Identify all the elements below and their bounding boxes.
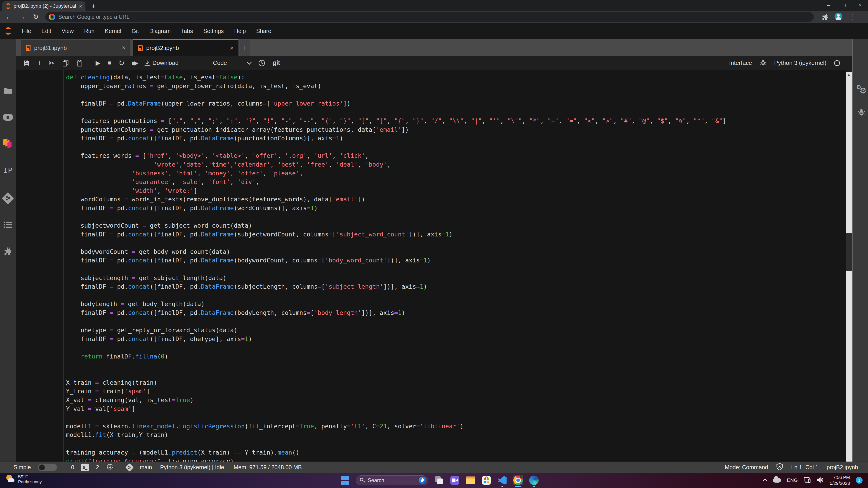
tab-projB1[interactable]: projB1.ipynb × xyxy=(21,40,130,56)
file-browser-icon[interactable] xyxy=(0,87,16,95)
start-button[interactable] xyxy=(340,475,350,485)
cut-cell-button[interactable]: ✂ xyxy=(45,56,59,70)
language-indicator[interactable]: ENG xyxy=(787,477,798,483)
history-clock-icon[interactable] xyxy=(254,56,269,70)
menu-git[interactable]: Git xyxy=(126,28,144,34)
browser-back-button[interactable]: ← xyxy=(4,12,13,22)
window-minimize-button[interactable]: ─ xyxy=(820,0,836,11)
run-all-button[interactable]: ▶▶ xyxy=(128,56,140,70)
tab-label: projB1.ipynb xyxy=(34,44,118,52)
restart-kernel-button[interactable]: ↻ xyxy=(115,56,128,70)
browser-profile-avatar[interactable] xyxy=(835,13,842,20)
search-label: Search xyxy=(368,477,416,484)
chrome-button[interactable] xyxy=(513,475,523,485)
terminals-count[interactable]: 0 xyxy=(71,464,74,470)
debugger-bug-icon[interactable] xyxy=(760,59,767,67)
left-sidebar: IP xyxy=(0,39,16,462)
address-placeholder: Search Google or type a URL xyxy=(58,14,129,20)
scrollbar-corner xyxy=(846,56,852,72)
property-inspector-gears-icon[interactable]: ⚙⚙ xyxy=(855,85,868,95)
window-close-button[interactable]: × xyxy=(852,0,868,11)
stop-kernel-button[interactable]: ■ xyxy=(104,56,115,70)
notification-badge[interactable]: 1 xyxy=(856,477,863,484)
menu-run[interactable]: Run xyxy=(79,28,100,34)
taskbar-clock[interactable]: 7:56 PM 5/29/2023 xyxy=(830,475,850,486)
browser-forward-button[interactable]: → xyxy=(17,12,27,22)
microsoft-store-button[interactable] xyxy=(482,475,491,485)
scrollbar-thumb[interactable] xyxy=(846,233,852,271)
file-explorer-button[interactable] xyxy=(466,475,475,485)
weather-widget[interactable]: 59°F Partly sunny xyxy=(5,474,42,484)
tab-close-icon[interactable]: × xyxy=(122,44,125,52)
menu-help[interactable]: Help xyxy=(229,28,251,34)
browser-menu-icon[interactable]: ⋮ xyxy=(849,13,855,21)
browser-tab-close-icon[interactable]: × xyxy=(79,3,82,9)
scrollbar-up-arrow-icon[interactable] xyxy=(847,74,850,77)
browser-tab-strip: projB2.ipynb (2) - JupyterLab × + ─ □ × xyxy=(0,0,868,11)
menu-tabs[interactable]: Tabs xyxy=(176,28,198,34)
tray-overflow-chevron-icon[interactable] xyxy=(763,479,767,483)
address-bar[interactable]: Search Google or type a URL xyxy=(45,12,814,22)
browser-navbar: ← → ↻ Search Google or type a URL ⋮ xyxy=(0,11,868,23)
terminal-icon[interactable]: $_ xyxy=(81,464,89,471)
browser-new-tab-button[interactable]: + xyxy=(89,1,98,11)
menu-settings[interactable]: Settings xyxy=(198,28,229,34)
kernel-status-icon[interactable] xyxy=(834,60,840,66)
debugger-sidebar-bug-icon[interactable] xyxy=(855,108,868,116)
tab-close-icon[interactable]: × xyxy=(230,44,234,52)
menu-view[interactable]: View xyxy=(56,28,79,34)
taskbar-search-box[interactable]: Search xyxy=(356,475,428,485)
git-branch-icon[interactable] xyxy=(125,463,134,471)
volume-icon[interactable] xyxy=(817,477,824,484)
menu-diagram[interactable]: Diagram xyxy=(144,28,176,34)
menu-share[interactable]: Share xyxy=(251,28,276,34)
git-branch-name[interactable]: main xyxy=(140,464,152,470)
download-button[interactable]: Download xyxy=(140,56,182,70)
clock-date: 5/29/2023 xyxy=(830,480,850,486)
table-of-contents-icon[interactable] xyxy=(0,221,16,228)
kernels-count[interactable]: 2 xyxy=(96,464,99,470)
tab-projB2[interactable]: projB2.ipynb × xyxy=(133,39,239,56)
trust-shield-icon[interactable] xyxy=(776,463,783,472)
cell-type-dropdown[interactable]: Code xyxy=(209,56,230,70)
menu-kernel[interactable]: Kernel xyxy=(100,28,126,34)
browser-tab-title: projB2.ipynb (2) - JupyterLab xyxy=(13,3,76,9)
onedrive-cloud-icon[interactable] xyxy=(773,478,781,483)
command-mode-indicator[interactable]: Mode: Command xyxy=(725,464,768,470)
extension-manager-puzzle-icon[interactable] xyxy=(0,246,16,255)
copy-cell-button[interactable] xyxy=(59,56,72,70)
window-maximize-button[interactable]: □ xyxy=(836,0,852,11)
kernel-chip-icon[interactable] xyxy=(106,463,114,472)
browser-tab[interactable]: projB2.ipynb (2) - JupyterLab × xyxy=(2,1,86,11)
cell-left-border xyxy=(64,70,64,462)
add-cell-button[interactable]: + xyxy=(33,56,45,70)
cast-device-icon[interactable] xyxy=(804,477,811,484)
menu-edit[interactable]: Edit xyxy=(36,28,56,34)
notebook-toolbar: + ✂ ▶ ■ ↻ ▶▶ Download Code git Interface… xyxy=(16,56,846,70)
code-editor[interactable]: def cleaning(data, is_test=False, is_eva… xyxy=(66,73,726,462)
simple-mode-toggle[interactable] xyxy=(38,464,57,471)
kernel-name[interactable]: Python 3 (ipykernel) xyxy=(774,59,827,66)
edge-button[interactable] xyxy=(529,475,539,485)
cell-type-chevron-icon[interactable] xyxy=(244,56,254,70)
browser-reload-button[interactable]: ↻ xyxy=(31,12,41,22)
paste-cell-button[interactable] xyxy=(72,56,87,70)
chat-button[interactable] xyxy=(450,475,460,485)
running-kernels-icon[interactable] xyxy=(0,114,16,121)
cell-type-value: Code xyxy=(213,59,227,66)
diagram-drawio-icon[interactable] xyxy=(0,139,16,148)
kernel-status-text[interactable]: Python 3 (ipykernel) | Idle xyxy=(160,464,224,470)
git-toolbar-label[interactable]: git xyxy=(269,56,284,70)
browser-extensions-icon[interactable] xyxy=(822,13,829,21)
git-sidebar-icon[interactable] xyxy=(0,194,16,203)
cursor-position[interactable]: Ln 1, Col 1 xyxy=(791,464,818,470)
menu-file[interactable]: File xyxy=(17,28,36,34)
ipython-console-icon[interactable]: IP xyxy=(0,166,16,175)
dock-tab-strip: projB1.ipynb × projB2.ipynb × + xyxy=(16,39,868,56)
vscode-button[interactable] xyxy=(497,475,507,485)
run-cell-button[interactable]: ▶ xyxy=(92,56,104,70)
interface-label: Interface xyxy=(729,59,752,66)
task-view-button[interactable] xyxy=(434,475,444,485)
new-notebook-tab-button[interactable]: + xyxy=(240,40,250,56)
save-button[interactable] xyxy=(20,56,33,70)
